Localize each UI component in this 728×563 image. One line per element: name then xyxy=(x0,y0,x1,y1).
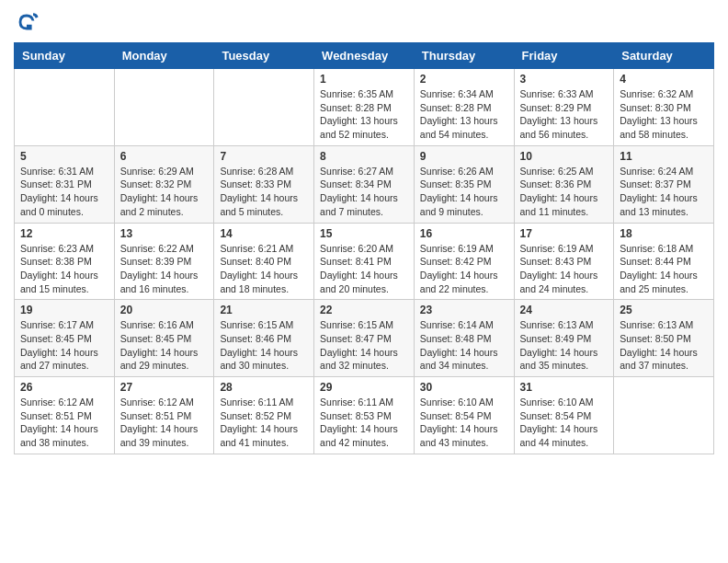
day-number: 26 xyxy=(20,381,108,394)
day-number: 27 xyxy=(120,381,209,394)
day-number: 31 xyxy=(520,381,609,394)
day-info: Sunrise: 6:11 AMSunset: 8:52 PMDaylight:… xyxy=(220,396,308,450)
calendar-cell: 29Sunrise: 6:11 AMSunset: 8:53 PMDayligh… xyxy=(314,377,415,454)
day-info: Sunrise: 6:14 AMSunset: 8:48 PMDaylight:… xyxy=(420,318,508,373)
day-info: Sunrise: 6:13 AMSunset: 8:49 PMDaylight:… xyxy=(520,318,609,373)
page-header xyxy=(14,9,714,35)
calendar-cell: 27Sunrise: 6:12 AMSunset: 8:51 PMDayligh… xyxy=(114,377,214,454)
day-info: Sunrise: 6:13 AMSunset: 8:50 PMDaylight:… xyxy=(620,318,708,373)
calendar-cell xyxy=(214,69,314,146)
day-number: 2 xyxy=(420,73,508,86)
day-info: Sunrise: 6:31 AMSunset: 8:31 PMDaylight:… xyxy=(20,165,108,219)
day-number: 7 xyxy=(220,150,308,163)
day-number: 3 xyxy=(520,73,609,86)
day-number: 6 xyxy=(120,150,209,163)
calendar-cell: 24Sunrise: 6:13 AMSunset: 8:49 PMDayligh… xyxy=(514,300,614,377)
weekday-header-tuesday: Tuesday xyxy=(214,43,314,69)
day-number: 17 xyxy=(520,227,609,240)
weekday-header-wednesday: Wednesday xyxy=(314,43,415,69)
weekday-header-monday: Monday xyxy=(114,43,214,69)
calendar-cell: 12Sunrise: 6:23 AMSunset: 8:38 PMDayligh… xyxy=(15,223,115,300)
calendar-cell: 14Sunrise: 6:21 AMSunset: 8:40 PMDayligh… xyxy=(214,223,314,300)
day-info: Sunrise: 6:16 AMSunset: 8:45 PMDaylight:… xyxy=(120,318,209,373)
calendar-cell xyxy=(114,69,214,146)
calendar-table: SundayMondayTuesdayWednesdayThursdayFrid… xyxy=(14,42,714,454)
day-number: 19 xyxy=(20,304,108,316)
day-info: Sunrise: 6:27 AMSunset: 8:34 PMDaylight:… xyxy=(320,165,408,219)
day-info: Sunrise: 6:29 AMSunset: 8:32 PMDaylight:… xyxy=(120,165,209,219)
day-info: Sunrise: 6:35 AMSunset: 8:28 PMDaylight:… xyxy=(320,87,408,142)
day-number: 21 xyxy=(220,304,308,316)
day-info: Sunrise: 6:10 AMSunset: 8:54 PMDaylight:… xyxy=(420,396,508,450)
calendar-cell: 4Sunrise: 6:32 AMSunset: 8:30 PMDaylight… xyxy=(614,69,714,146)
day-info: Sunrise: 6:25 AMSunset: 8:36 PMDaylight:… xyxy=(520,165,609,219)
calendar-week-row: 12Sunrise: 6:23 AMSunset: 8:38 PMDayligh… xyxy=(15,223,714,300)
calendar-week-row: 26Sunrise: 6:12 AMSunset: 8:51 PMDayligh… xyxy=(15,377,714,454)
day-number: 11 xyxy=(620,150,708,163)
day-info: Sunrise: 6:26 AMSunset: 8:35 PMDaylight:… xyxy=(420,165,508,219)
weekday-header-sunday: Sunday xyxy=(15,43,115,69)
day-info: Sunrise: 6:11 AMSunset: 8:53 PMDaylight:… xyxy=(320,396,408,450)
day-number: 20 xyxy=(120,304,209,316)
calendar-cell: 28Sunrise: 6:11 AMSunset: 8:52 PMDayligh… xyxy=(214,377,314,454)
day-number: 25 xyxy=(620,304,708,316)
day-number: 16 xyxy=(420,227,508,240)
day-info: Sunrise: 6:12 AMSunset: 8:51 PMDaylight:… xyxy=(120,396,209,450)
calendar-week-row: 1Sunrise: 6:35 AMSunset: 8:28 PMDaylight… xyxy=(15,69,714,146)
logo-icon xyxy=(14,9,40,35)
logo xyxy=(14,9,43,35)
day-number: 10 xyxy=(520,150,609,163)
day-number: 30 xyxy=(420,381,508,394)
calendar-cell: 26Sunrise: 6:12 AMSunset: 8:51 PMDayligh… xyxy=(15,377,115,454)
weekday-header-friday: Friday xyxy=(514,43,614,69)
day-number: 18 xyxy=(620,227,708,240)
calendar-cell: 18Sunrise: 6:18 AMSunset: 8:44 PMDayligh… xyxy=(614,223,714,300)
day-number: 9 xyxy=(420,150,508,163)
day-info: Sunrise: 6:19 AMSunset: 8:42 PMDaylight:… xyxy=(420,242,508,296)
calendar-cell: 13Sunrise: 6:22 AMSunset: 8:39 PMDayligh… xyxy=(114,223,214,300)
calendar-cell: 11Sunrise: 6:24 AMSunset: 8:37 PMDayligh… xyxy=(614,145,714,223)
day-info: Sunrise: 6:28 AMSunset: 8:33 PMDaylight:… xyxy=(220,165,308,219)
calendar-cell: 21Sunrise: 6:15 AMSunset: 8:46 PMDayligh… xyxy=(214,300,314,377)
day-info: Sunrise: 6:10 AMSunset: 8:54 PMDaylight:… xyxy=(520,396,609,450)
day-info: Sunrise: 6:34 AMSunset: 8:28 PMDaylight:… xyxy=(420,87,508,142)
calendar-week-row: 19Sunrise: 6:17 AMSunset: 8:45 PMDayligh… xyxy=(15,300,714,377)
calendar-cell: 3Sunrise: 6:33 AMSunset: 8:29 PMDaylight… xyxy=(514,69,614,146)
day-info: Sunrise: 6:33 AMSunset: 8:29 PMDaylight:… xyxy=(520,87,609,142)
day-number: 14 xyxy=(220,227,308,240)
day-info: Sunrise: 6:21 AMSunset: 8:40 PMDaylight:… xyxy=(220,242,308,296)
calendar-cell: 9Sunrise: 6:26 AMSunset: 8:35 PMDaylight… xyxy=(414,145,514,223)
day-number: 28 xyxy=(220,381,308,394)
calendar-cell: 8Sunrise: 6:27 AMSunset: 8:34 PMDaylight… xyxy=(314,145,415,223)
day-info: Sunrise: 6:17 AMSunset: 8:45 PMDaylight:… xyxy=(20,318,108,373)
day-info: Sunrise: 6:19 AMSunset: 8:43 PMDaylight:… xyxy=(520,242,609,296)
calendar-cell: 19Sunrise: 6:17 AMSunset: 8:45 PMDayligh… xyxy=(15,300,115,377)
day-info: Sunrise: 6:12 AMSunset: 8:51 PMDaylight:… xyxy=(20,396,108,450)
calendar-cell: 10Sunrise: 6:25 AMSunset: 8:36 PMDayligh… xyxy=(514,145,614,223)
day-info: Sunrise: 6:22 AMSunset: 8:39 PMDaylight:… xyxy=(120,242,209,296)
calendar-cell: 15Sunrise: 6:20 AMSunset: 8:41 PMDayligh… xyxy=(314,223,415,300)
day-info: Sunrise: 6:15 AMSunset: 8:47 PMDaylight:… xyxy=(320,318,408,373)
day-number: 24 xyxy=(520,304,609,316)
calendar-cell: 22Sunrise: 6:15 AMSunset: 8:47 PMDayligh… xyxy=(314,300,415,377)
day-info: Sunrise: 6:15 AMSunset: 8:46 PMDaylight:… xyxy=(220,318,308,373)
calendar-body: 1Sunrise: 6:35 AMSunset: 8:28 PMDaylight… xyxy=(15,69,714,454)
calendar-cell: 23Sunrise: 6:14 AMSunset: 8:48 PMDayligh… xyxy=(414,300,514,377)
calendar-cell: 16Sunrise: 6:19 AMSunset: 8:42 PMDayligh… xyxy=(414,223,514,300)
weekday-header-saturday: Saturday xyxy=(614,43,714,69)
calendar-week-row: 5Sunrise: 6:31 AMSunset: 8:31 PMDaylight… xyxy=(15,145,714,223)
day-number: 22 xyxy=(320,304,408,316)
day-info: Sunrise: 6:18 AMSunset: 8:44 PMDaylight:… xyxy=(620,242,708,296)
calendar-cell: 1Sunrise: 6:35 AMSunset: 8:28 PMDaylight… xyxy=(314,69,415,146)
day-number: 1 xyxy=(320,73,408,86)
day-info: Sunrise: 6:23 AMSunset: 8:38 PMDaylight:… xyxy=(20,242,108,296)
calendar-cell: 2Sunrise: 6:34 AMSunset: 8:28 PMDaylight… xyxy=(414,69,514,146)
calendar-cell: 30Sunrise: 6:10 AMSunset: 8:54 PMDayligh… xyxy=(414,377,514,454)
day-number: 13 xyxy=(120,227,209,240)
day-info: Sunrise: 6:32 AMSunset: 8:30 PMDaylight:… xyxy=(620,87,708,142)
day-info: Sunrise: 6:24 AMSunset: 8:37 PMDaylight:… xyxy=(620,165,708,219)
day-number: 8 xyxy=(320,150,408,163)
calendar-cell xyxy=(614,377,714,454)
calendar-cell xyxy=(15,69,115,146)
calendar-cell: 20Sunrise: 6:16 AMSunset: 8:45 PMDayligh… xyxy=(114,300,214,377)
